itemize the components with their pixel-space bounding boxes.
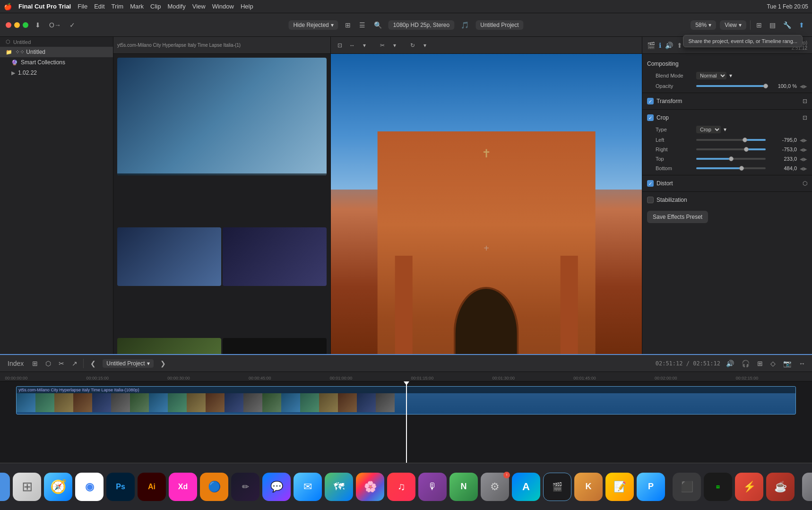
dock-ps[interactable]: Ps (106, 473, 135, 501)
save-effects-preset-button[interactable]: Save Effects Preset (647, 211, 708, 223)
view-dropdown[interactable]: View ▾ (720, 20, 746, 30)
crop-right-adjust[interactable]: ◀▶ (800, 147, 807, 152)
dock-focus[interactable]: ☕ (766, 473, 795, 501)
resolution-dropdown[interactable]: 1080p HD 25p, Stereo (389, 20, 454, 30)
crop-left-thumb[interactable] (743, 138, 747, 142)
timeline-trim-btn[interactable]: ⊞ (755, 358, 765, 369)
media-thumb-1[interactable] (117, 58, 327, 175)
opacity-slider[interactable] (696, 85, 766, 87)
dock-vectornator[interactable]: ✏ (231, 473, 259, 501)
stabilization-section-header[interactable]: Stabilization (642, 194, 812, 206)
crop-section-header[interactable]: ✓ Crop ⊡ (642, 112, 812, 124)
dock-mail[interactable]: ✉ (294, 473, 322, 501)
check-button[interactable]: ✓ (68, 19, 77, 31)
stabilization-checkbox[interactable] (647, 197, 654, 203)
opacity-thumb[interactable] (763, 84, 768, 88)
sidebar-item-event[interactable]: ▶ 1.02.22 (0, 68, 113, 78)
timeline-audio-btn[interactable]: 🔊 (724, 358, 736, 369)
timeline-marker-btn[interactable]: ◇ (769, 358, 777, 369)
menu-window[interactable]: Window (212, 3, 234, 10)
crop-bottom-thumb[interactable] (739, 166, 744, 171)
dock-appstore[interactable]: A (512, 473, 540, 501)
search-button[interactable]: 🔍 (372, 19, 384, 31)
crop-type-select[interactable]: Crop (696, 126, 721, 133)
share-inspector-icon[interactable]: ⬆ (677, 42, 682, 49)
viewer-rotate-icon[interactable]: ↻ (407, 40, 418, 51)
dock-fcp[interactable]: 🎬 (543, 473, 571, 501)
audio-button[interactable]: 🎵 (459, 19, 471, 31)
keyword-button[interactable]: O→ (47, 19, 63, 31)
filter-dropdown[interactable]: Hide Rejected ▾ (288, 20, 338, 30)
menu-edit[interactable]: Edit (94, 3, 104, 10)
distort-checkbox[interactable]: ✓ (647, 180, 654, 187)
dock-screen[interactable]: ⬛ (673, 473, 701, 501)
crop-top-adjust[interactable]: ◀▶ (800, 156, 807, 162)
media-thumb-2[interactable] (117, 227, 221, 286)
sidebar-item-smart-collections[interactable]: 🔮 Smart Collections (0, 57, 113, 68)
minimize-button[interactable] (14, 22, 20, 28)
dock-messenger[interactable]: 💬 (262, 473, 291, 501)
dock-notes[interactable]: 📝 (605, 473, 634, 501)
timeline-headphones-btn[interactable]: 🎧 (740, 358, 752, 369)
app-name[interactable]: Final Cut Pro Trial (18, 3, 71, 10)
timeline-sfx-btn[interactable]: ↔ (797, 358, 807, 369)
timeline-playhead[interactable] (406, 381, 407, 463)
timeline-prev-btn[interactable]: ❮ (87, 359, 99, 368)
dock-safari[interactable]: 🧭 (44, 473, 72, 501)
transform-checkbox[interactable]: ✓ (647, 98, 654, 104)
menu-clip[interactable]: Clip (150, 3, 161, 10)
sidebar-item-library[interactable]: ⬡ Untitled (0, 37, 113, 47)
dock-pixelmator[interactable]: P (637, 473, 665, 501)
menu-mark[interactable]: Mark (130, 3, 144, 10)
project-dropdown[interactable]: Untitled Project (475, 20, 523, 30)
dock-magnet[interactable]: ⚡ (735, 473, 763, 501)
dock-maps[interactable]: 🗺 (325, 473, 353, 501)
timeline-project-name[interactable]: Untitled Project ▾ (103, 359, 153, 368)
list-view-button[interactable]: ▤ (768, 19, 777, 31)
dock-terminal[interactable]: ⊞ (704, 473, 732, 501)
opacity-adjust[interactable]: ◀▶ (800, 84, 807, 89)
dock-numbers[interactable]: N (449, 473, 478, 501)
viewer-chevron-icon[interactable]: ▾ (359, 40, 370, 51)
crop-bottom-slider[interactable] (696, 167, 766, 169)
menu-help[interactable]: Help (241, 3, 253, 10)
video-inspector-icon[interactable]: 🎬 (647, 42, 655, 49)
menu-file[interactable]: File (78, 3, 87, 10)
zoom-dropdown[interactable]: 58% ▾ (691, 20, 716, 30)
media-thumb-3[interactable] (223, 227, 327, 286)
dock-trash[interactable]: 🗑 (802, 473, 812, 501)
viewer-crop-icon[interactable]: ✂ (377, 40, 388, 51)
crop-right-slider[interactable] (696, 148, 766, 150)
compositing-section-header[interactable]: Compositing (642, 58, 812, 70)
distort-section-header[interactable]: ✓ Distort ⬡ (642, 177, 812, 190)
share-button[interactable]: ⬆ (797, 19, 806, 31)
audio-inspector-icon[interactable]: 🔊 (665, 42, 673, 49)
crop-right-thumb[interactable] (744, 147, 749, 152)
crop-top-slider[interactable] (696, 158, 766, 160)
dock-blender[interactable]: 🔵 (200, 473, 228, 501)
timeline-layout-btn[interactable]: ⊞ (30, 358, 40, 369)
menu-trim[interactable]: Trim (112, 3, 124, 10)
close-button[interactable] (6, 22, 11, 28)
crop-left-slider[interactable] (696, 139, 766, 141)
dock-podcast[interactable]: 🎙 (418, 473, 447, 501)
apple-menu[interactable]: 🍎 (4, 3, 12, 10)
dock-xd[interactable]: Xd (169, 473, 197, 501)
inspector-button[interactable]: 🔧 (781, 19, 793, 31)
timeline-next-btn[interactable]: ❯ (157, 359, 169, 368)
viewer-transform-icon[interactable]: ↔ (347, 40, 357, 51)
crop-top-thumb[interactable] (729, 156, 734, 161)
viewer-crop-chevron-icon[interactable]: ▾ (389, 40, 400, 51)
viewer-fit-icon[interactable]: ⊡ (335, 40, 345, 51)
dock-system-prefs[interactable]: ⚙! (481, 473, 509, 501)
menu-view[interactable]: View (192, 3, 206, 10)
timeline-snapshot-btn[interactable]: 📷 (781, 358, 793, 369)
save-button[interactable]: ⬇ (33, 19, 43, 31)
timeline-clip-btn[interactable]: ⬡ (43, 358, 53, 369)
dock-ai[interactable]: Ai (138, 473, 166, 501)
blend-mode-select[interactable]: Normal (696, 72, 726, 79)
crop-left-adjust[interactable]: ◀▶ (800, 138, 807, 143)
menu-modify[interactable]: Modify (167, 3, 185, 10)
timeline-blade-btn[interactable]: ✂ (57, 358, 66, 369)
dock-photos[interactable]: 🌸 (356, 473, 384, 501)
